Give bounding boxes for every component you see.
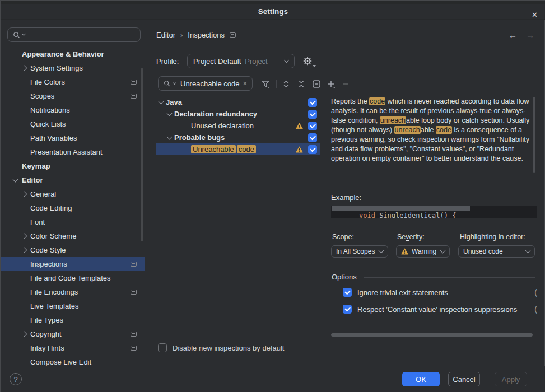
inspection-search-input[interactable]: Unreachable code ✕: [158, 76, 253, 91]
disable-inspection-button[interactable]: [311, 78, 322, 90]
sidebar-item-compose-live-edit[interactable]: Compose Live Edit: [1, 355, 145, 366]
forward-arrow-icon[interactable]: →: [526, 30, 534, 40]
sidebar-item-live-templates[interactable]: Live Templates: [1, 299, 145, 313]
tree-row-java[interactable]: Java: [156, 96, 320, 108]
sidebar-item-code-style[interactable]: Code Style: [1, 243, 145, 257]
profile-value: Project Default: [193, 57, 241, 66]
example-code-selection-bar: [332, 206, 470, 211]
square-minus-icon: [312, 80, 321, 88]
profile-label: Profile:: [156, 54, 179, 68]
description-text: able: [421, 126, 436, 134]
warning-icon: [296, 146, 303, 153]
disable-new-inspections-checkbox[interactable]: [158, 343, 167, 352]
tree-item-label: Java: [166, 98, 182, 106]
highlighting-dropdown[interactable]: Unused code: [458, 245, 535, 258]
search-match-highlight: unreach: [380, 116, 406, 124]
collapse-all-icon: [297, 80, 306, 88]
sidebar-item-label: Font: [30, 218, 45, 226]
settings-nav-list: Appearance & BehaviorSystem SettingsFile…: [1, 47, 145, 366]
filter-button[interactable]: [260, 78, 271, 90]
chevron-right-icon[interactable]: [22, 234, 27, 239]
option-checkbox[interactable]: [343, 305, 352, 314]
dialog-buttons: OK Cancel Apply: [402, 372, 527, 386]
expand-all-button[interactable]: [281, 78, 292, 90]
close-icon[interactable]: ✕: [532, 7, 538, 22]
project-level-icon: [131, 332, 137, 337]
profile-gear-button[interactable]: [302, 56, 315, 67]
tree-row-probable-bugs[interactable]: Probable bugs: [156, 132, 320, 143]
search-icon: [163, 80, 171, 87]
chevron-right-icon[interactable]: [22, 66, 27, 71]
breadcrumb-editor[interactable]: Editor: [156, 31, 175, 39]
back-arrow-icon[interactable]: ←: [509, 30, 517, 40]
sidebar-item-notifications[interactable]: Notifications: [1, 103, 145, 117]
inspections-tree: JavaDeclaration redundancyUnused declara…: [156, 96, 320, 338]
warning-icon: [401, 248, 408, 255]
sidebar-item-inspections[interactable]: Inspections: [1, 257, 145, 271]
search-history-caret-icon: [22, 31, 26, 35]
cancel-button[interactable]: Cancel: [448, 372, 480, 386]
sidebar-item-file-encodings[interactable]: File Encodings: [1, 285, 145, 299]
details-horizontal-scrollbar[interactable]: [331, 333, 533, 337]
severity-dropdown[interactable]: Warning: [396, 245, 450, 258]
sidebar-item-label: File and Code Templates: [30, 274, 111, 282]
severity-value: Warning: [412, 248, 436, 255]
chevron-right-icon[interactable]: [22, 192, 27, 197]
inspection-enabled-checkbox[interactable]: [308, 133, 317, 142]
inspection-enabled-checkbox[interactable]: [308, 98, 317, 107]
breadcrumb-inspections[interactable]: Inspections: [188, 31, 225, 39]
sidebar-item-general[interactable]: General: [1, 187, 145, 201]
sidebar-item-file-types[interactable]: File Types: [1, 313, 145, 327]
sidebar-item-system-settings[interactable]: System Settings: [1, 61, 145, 75]
remove-inspection-button[interactable]: [340, 78, 351, 90]
sidebar-item-presentation-assistant[interactable]: Presentation Assistant: [1, 145, 145, 159]
inspection-enabled-checkbox[interactable]: [308, 110, 317, 119]
project-level-icon: [230, 32, 236, 38]
sidebar-item-editor[interactable]: Editor: [1, 173, 145, 187]
tree-row-unused-declaration[interactable]: Unused declaration: [156, 120, 320, 132]
chevron-down-icon[interactable]: [159, 99, 164, 104]
disable-new-inspections-row[interactable]: Disable new inspections by default: [158, 343, 284, 352]
project-level-icon: [131, 94, 137, 99]
sidebar-item-font[interactable]: Font: [1, 215, 145, 229]
tree-row-unreachable-code[interactable]: Unreachablecode: [156, 143, 320, 155]
sidebar-item-inlay-hints[interactable]: Inlay Hints: [1, 341, 145, 355]
chevron-right-icon[interactable]: [22, 248, 27, 253]
sidebar-item-keymap[interactable]: Keymap: [1, 159, 145, 173]
chevron-right-icon[interactable]: [22, 332, 27, 337]
sidebar-item-file-and-code-templates[interactable]: File and Code Templates: [1, 271, 145, 285]
sidebar-item-appearance-behavior[interactable]: Appearance & Behavior: [1, 47, 145, 61]
settings-search-input[interactable]: [7, 27, 141, 42]
tree-row-declaration-redundancy[interactable]: Declaration redundancy: [156, 108, 320, 120]
sidebar-item-color-scheme[interactable]: Color Scheme: [1, 229, 145, 243]
inspection-enabled-checkbox[interactable]: [308, 122, 317, 130]
collapse-all-button[interactable]: [296, 78, 307, 90]
option-row: Ignore trivial exit statements(: [343, 287, 537, 298]
sidebar-scrollbar[interactable]: [141, 68, 143, 241]
inspection-enabled-checkbox[interactable]: [308, 145, 317, 154]
search-match-highlight: unreach: [394, 126, 421, 134]
ok-button[interactable]: OK: [402, 372, 440, 386]
clear-search-icon[interactable]: ✕: [243, 80, 248, 87]
chevron-down-icon[interactable]: [167, 134, 173, 139]
chevron-down-icon[interactable]: [13, 176, 18, 182]
sidebar-item-file-colors[interactable]: File Colors: [1, 75, 145, 89]
sidebar-item-label: Code Style: [30, 246, 66, 254]
profile-dropdown[interactable]: Project Default Project: [187, 54, 295, 68]
sidebar-item-copyright[interactable]: Copyright: [1, 327, 145, 341]
chevron-down-icon[interactable]: [167, 110, 173, 116]
sidebar-item-quick-lists[interactable]: Quick Lists: [1, 117, 145, 131]
help-button[interactable]: ?: [10, 373, 22, 385]
settings-sidebar: Appearance & BehaviorSystem SettingsFile…: [1, 19, 145, 366]
option-checkbox[interactable]: [343, 288, 352, 297]
help-icon: ?: [13, 375, 17, 384]
sidebar-item-path-variables[interactable]: Path Variables: [1, 131, 145, 145]
breadcrumb-separator: ›: [180, 31, 183, 39]
scope-label: Scope:: [332, 233, 354, 242]
scope-dropdown[interactable]: In All Scopes: [331, 245, 388, 258]
apply-button[interactable]: Apply: [495, 372, 527, 386]
sidebar-item-code-editing[interactable]: Code Editing: [1, 201, 145, 215]
description-scrollbar[interactable]: [533, 97, 535, 173]
sidebar-item-scopes[interactable]: Scopes: [1, 89, 145, 103]
add-inspection-button[interactable]: [325, 78, 337, 90]
